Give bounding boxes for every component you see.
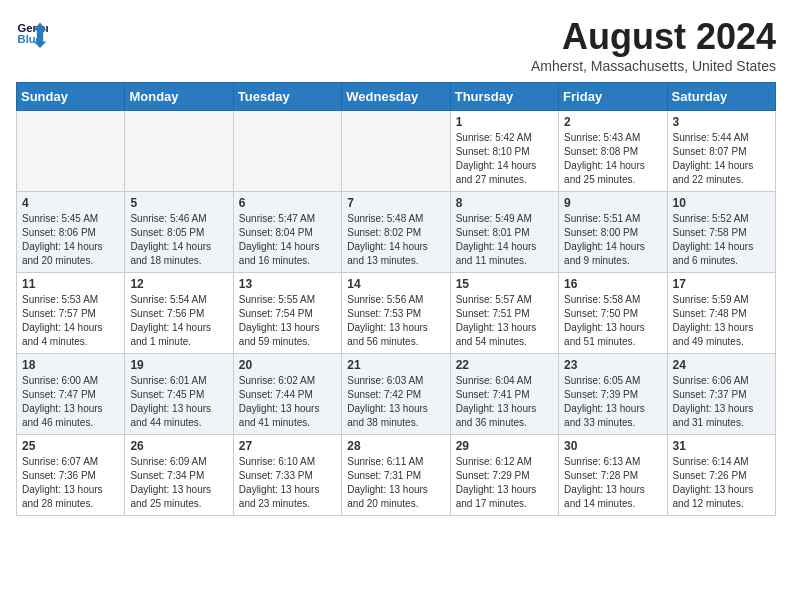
day-detail: Sunrise: 6:07 AM Sunset: 7:36 PM Dayligh… <box>22 455 119 511</box>
day-number: 18 <box>22 358 119 372</box>
table-row <box>342 111 450 192</box>
table-row: 3Sunrise: 5:44 AM Sunset: 8:07 PM Daylig… <box>667 111 775 192</box>
day-number: 14 <box>347 277 444 291</box>
table-row: 29Sunrise: 6:12 AM Sunset: 7:29 PM Dayli… <box>450 435 558 516</box>
day-detail: Sunrise: 5:51 AM Sunset: 8:00 PM Dayligh… <box>564 212 661 268</box>
day-detail: Sunrise: 5:46 AM Sunset: 8:05 PM Dayligh… <box>130 212 227 268</box>
logo-icon: General Blue <box>16 16 48 48</box>
table-row: 24Sunrise: 6:06 AM Sunset: 7:37 PM Dayli… <box>667 354 775 435</box>
table-row: 26Sunrise: 6:09 AM Sunset: 7:34 PM Dayli… <box>125 435 233 516</box>
day-detail: Sunrise: 5:52 AM Sunset: 7:58 PM Dayligh… <box>673 212 770 268</box>
table-row: 28Sunrise: 6:11 AM Sunset: 7:31 PM Dayli… <box>342 435 450 516</box>
day-detail: Sunrise: 6:06 AM Sunset: 7:37 PM Dayligh… <box>673 374 770 430</box>
day-detail: Sunrise: 6:05 AM Sunset: 7:39 PM Dayligh… <box>564 374 661 430</box>
day-detail: Sunrise: 5:59 AM Sunset: 7:48 PM Dayligh… <box>673 293 770 349</box>
day-number: 31 <box>673 439 770 453</box>
day-number: 25 <box>22 439 119 453</box>
day-number: 15 <box>456 277 553 291</box>
day-number: 20 <box>239 358 336 372</box>
calendar-week-row: 18Sunrise: 6:00 AM Sunset: 7:47 PM Dayli… <box>17 354 776 435</box>
title-area: August 2024 Amherst, Massachusetts, Unit… <box>531 16 776 74</box>
day-detail: Sunrise: 5:54 AM Sunset: 7:56 PM Dayligh… <box>130 293 227 349</box>
day-detail: Sunrise: 6:00 AM Sunset: 7:47 PM Dayligh… <box>22 374 119 430</box>
weekday-header-thursday: Thursday <box>450 83 558 111</box>
day-detail: Sunrise: 5:45 AM Sunset: 8:06 PM Dayligh… <box>22 212 119 268</box>
day-detail: Sunrise: 5:44 AM Sunset: 8:07 PM Dayligh… <box>673 131 770 187</box>
weekday-header-sunday: Sunday <box>17 83 125 111</box>
day-number: 7 <box>347 196 444 210</box>
day-number: 24 <box>673 358 770 372</box>
table-row: 4Sunrise: 5:45 AM Sunset: 8:06 PM Daylig… <box>17 192 125 273</box>
day-detail: Sunrise: 6:03 AM Sunset: 7:42 PM Dayligh… <box>347 374 444 430</box>
table-row: 8Sunrise: 5:49 AM Sunset: 8:01 PM Daylig… <box>450 192 558 273</box>
day-detail: Sunrise: 6:13 AM Sunset: 7:28 PM Dayligh… <box>564 455 661 511</box>
day-detail: Sunrise: 6:04 AM Sunset: 7:41 PM Dayligh… <box>456 374 553 430</box>
day-detail: Sunrise: 5:48 AM Sunset: 8:02 PM Dayligh… <box>347 212 444 268</box>
table-row <box>17 111 125 192</box>
weekday-header-monday: Monday <box>125 83 233 111</box>
day-number: 12 <box>130 277 227 291</box>
table-row: 21Sunrise: 6:03 AM Sunset: 7:42 PM Dayli… <box>342 354 450 435</box>
day-number: 3 <box>673 115 770 129</box>
day-number: 16 <box>564 277 661 291</box>
table-row: 14Sunrise: 5:56 AM Sunset: 7:53 PM Dayli… <box>342 273 450 354</box>
table-row: 6Sunrise: 5:47 AM Sunset: 8:04 PM Daylig… <box>233 192 341 273</box>
day-number: 11 <box>22 277 119 291</box>
day-number: 5 <box>130 196 227 210</box>
day-detail: Sunrise: 5:42 AM Sunset: 8:10 PM Dayligh… <box>456 131 553 187</box>
day-detail: Sunrise: 5:55 AM Sunset: 7:54 PM Dayligh… <box>239 293 336 349</box>
table-row: 13Sunrise: 5:55 AM Sunset: 7:54 PM Dayli… <box>233 273 341 354</box>
table-row: 2Sunrise: 5:43 AM Sunset: 8:08 PM Daylig… <box>559 111 667 192</box>
day-number: 2 <box>564 115 661 129</box>
day-number: 1 <box>456 115 553 129</box>
table-row: 9Sunrise: 5:51 AM Sunset: 8:00 PM Daylig… <box>559 192 667 273</box>
table-row: 12Sunrise: 5:54 AM Sunset: 7:56 PM Dayli… <box>125 273 233 354</box>
table-row: 19Sunrise: 6:01 AM Sunset: 7:45 PM Dayli… <box>125 354 233 435</box>
day-number: 4 <box>22 196 119 210</box>
table-row: 25Sunrise: 6:07 AM Sunset: 7:36 PM Dayli… <box>17 435 125 516</box>
location: Amherst, Massachusetts, United States <box>531 58 776 74</box>
table-row: 7Sunrise: 5:48 AM Sunset: 8:02 PM Daylig… <box>342 192 450 273</box>
header: General Blue August 2024 Amherst, Massac… <box>16 16 776 74</box>
day-number: 9 <box>564 196 661 210</box>
weekday-header-friday: Friday <box>559 83 667 111</box>
day-detail: Sunrise: 5:53 AM Sunset: 7:57 PM Dayligh… <box>22 293 119 349</box>
calendar: SundayMondayTuesdayWednesdayThursdayFrid… <box>16 82 776 516</box>
day-number: 10 <box>673 196 770 210</box>
day-detail: Sunrise: 6:11 AM Sunset: 7:31 PM Dayligh… <box>347 455 444 511</box>
weekday-header-saturday: Saturday <box>667 83 775 111</box>
table-row: 11Sunrise: 5:53 AM Sunset: 7:57 PM Dayli… <box>17 273 125 354</box>
table-row: 20Sunrise: 6:02 AM Sunset: 7:44 PM Dayli… <box>233 354 341 435</box>
table-row <box>125 111 233 192</box>
month-title: August 2024 <box>531 16 776 58</box>
table-row: 5Sunrise: 5:46 AM Sunset: 8:05 PM Daylig… <box>125 192 233 273</box>
day-number: 29 <box>456 439 553 453</box>
table-row: 18Sunrise: 6:00 AM Sunset: 7:47 PM Dayli… <box>17 354 125 435</box>
calendar-week-row: 25Sunrise: 6:07 AM Sunset: 7:36 PM Dayli… <box>17 435 776 516</box>
day-detail: Sunrise: 5:58 AM Sunset: 7:50 PM Dayligh… <box>564 293 661 349</box>
table-row: 27Sunrise: 6:10 AM Sunset: 7:33 PM Dayli… <box>233 435 341 516</box>
day-detail: Sunrise: 6:10 AM Sunset: 7:33 PM Dayligh… <box>239 455 336 511</box>
weekday-header-row: SundayMondayTuesdayWednesdayThursdayFrid… <box>17 83 776 111</box>
day-detail: Sunrise: 5:57 AM Sunset: 7:51 PM Dayligh… <box>456 293 553 349</box>
day-number: 8 <box>456 196 553 210</box>
day-number: 28 <box>347 439 444 453</box>
day-number: 13 <box>239 277 336 291</box>
table-row: 16Sunrise: 5:58 AM Sunset: 7:50 PM Dayli… <box>559 273 667 354</box>
day-number: 6 <box>239 196 336 210</box>
day-detail: Sunrise: 6:12 AM Sunset: 7:29 PM Dayligh… <box>456 455 553 511</box>
day-number: 19 <box>130 358 227 372</box>
day-number: 22 <box>456 358 553 372</box>
day-detail: Sunrise: 6:14 AM Sunset: 7:26 PM Dayligh… <box>673 455 770 511</box>
table-row: 15Sunrise: 5:57 AM Sunset: 7:51 PM Dayli… <box>450 273 558 354</box>
day-number: 30 <box>564 439 661 453</box>
logo: General Blue <box>16 16 48 48</box>
day-detail: Sunrise: 6:09 AM Sunset: 7:34 PM Dayligh… <box>130 455 227 511</box>
day-detail: Sunrise: 5:56 AM Sunset: 7:53 PM Dayligh… <box>347 293 444 349</box>
table-row: 22Sunrise: 6:04 AM Sunset: 7:41 PM Dayli… <box>450 354 558 435</box>
day-detail: Sunrise: 5:49 AM Sunset: 8:01 PM Dayligh… <box>456 212 553 268</box>
day-detail: Sunrise: 6:01 AM Sunset: 7:45 PM Dayligh… <box>130 374 227 430</box>
weekday-header-tuesday: Tuesday <box>233 83 341 111</box>
table-row: 10Sunrise: 5:52 AM Sunset: 7:58 PM Dayli… <box>667 192 775 273</box>
day-detail: Sunrise: 6:02 AM Sunset: 7:44 PM Dayligh… <box>239 374 336 430</box>
